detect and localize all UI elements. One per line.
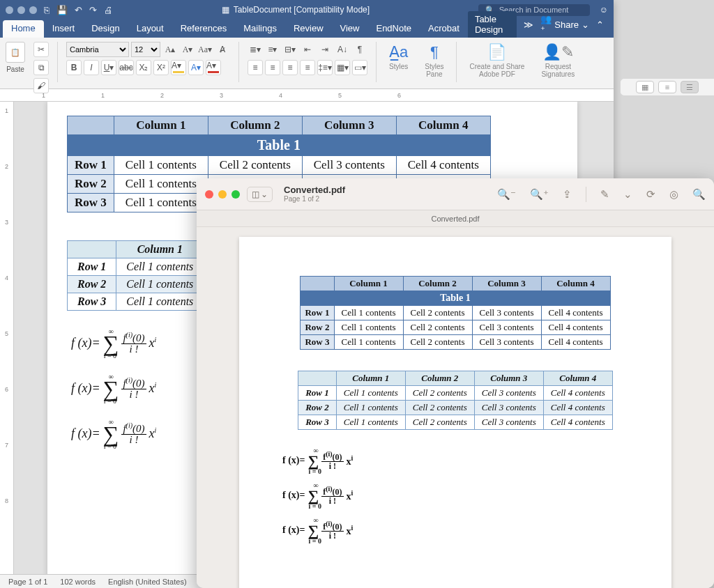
font-name-select[interactable]: Cambria xyxy=(66,42,129,57)
numbering-button[interactable]: ≡▾ xyxy=(265,42,280,57)
show-marks-button[interactable]: ¶ xyxy=(352,42,367,57)
styles-icon: A̲a xyxy=(389,43,408,61)
pdf-formula-3: f (x)= ∑∞i = 0 f(i)(0)i ! xi xyxy=(282,520,656,540)
view-mode-panel: ▦ ≡ ☰ xyxy=(620,78,714,96)
redo-icon[interactable]: ↷ xyxy=(89,5,97,15)
autosave-icon[interactable]: ⎘ xyxy=(44,5,50,15)
shading-button[interactable]: ▦▾ xyxy=(335,60,350,75)
styles-button[interactable]: A̲a Styles xyxy=(385,42,412,72)
window-controls[interactable] xyxy=(205,190,240,199)
bullets-button[interactable]: ≣▾ xyxy=(248,42,263,57)
tab-acrobat[interactable]: Acrobat xyxy=(420,20,468,38)
pdf-table-2: Column 1Column 2Column 3Column 4 Row 1Ce… xyxy=(298,371,613,430)
preview-tab[interactable]: Converted.pdf xyxy=(197,210,714,227)
increase-font-button[interactable]: A▴ xyxy=(162,42,178,57)
window-controls[interactable] xyxy=(6,6,37,14)
request-signatures-button[interactable]: 👤✎ Request Signatures xyxy=(537,42,579,79)
align-center-button[interactable]: ≡ xyxy=(265,60,280,75)
tab-mailings[interactable]: Mailings xyxy=(235,20,285,38)
signature-icon: 👤✎ xyxy=(542,43,574,61)
subscript-button[interactable]: X₂ xyxy=(136,60,151,75)
status-lang[interactable]: English (United States) xyxy=(108,578,187,586)
multilevel-button[interactable]: ⊟▾ xyxy=(282,42,298,57)
tab-design[interactable]: Design xyxy=(83,20,128,38)
doc-title: TableDocument [Compatibility Mode] xyxy=(234,5,370,15)
superscript-button[interactable]: X² xyxy=(153,60,169,75)
preview-window: ◫ ⌄ Converted.pdf Page 1 of 2 🔍⁻ 🔍⁺ ⇪ ✎ … xyxy=(197,178,714,588)
format-painter-button[interactable]: 🖌 xyxy=(33,78,49,93)
tab-references[interactable]: References xyxy=(172,20,235,38)
doc-icon: ▦ xyxy=(222,5,229,15)
chevron-down-icon: ⌄ xyxy=(582,20,589,30)
grid-view-button[interactable]: ▦ xyxy=(636,81,654,93)
bold-button[interactable]: B xyxy=(66,60,82,75)
preview-subtitle: Page 1 of 2 xyxy=(284,195,345,203)
sort-button[interactable]: A↓ xyxy=(335,42,350,57)
undo-icon[interactable]: ↶ xyxy=(75,5,82,15)
search-icon[interactable]: 🔍 xyxy=(692,188,706,201)
increase-indent-button[interactable]: ⇥ xyxy=(317,42,333,57)
italic-button[interactable]: I xyxy=(84,60,99,75)
change-case-button[interactable]: Aa▾ xyxy=(197,42,213,57)
rotate-icon[interactable]: ⟳ xyxy=(646,188,655,201)
list-view-button[interactable]: ≡ xyxy=(658,81,676,93)
decrease-font-button[interactable]: A▾ xyxy=(180,42,195,57)
smiley-icon[interactable]: ☺ xyxy=(600,5,608,15)
save-icon[interactable]: 💾 xyxy=(56,5,68,15)
text-effects-button[interactable]: A▾ xyxy=(188,60,204,75)
share-icon: 👥⁺ xyxy=(540,14,552,35)
preview-title: Converted.pdf xyxy=(284,185,345,195)
font-size-select[interactable]: 12 xyxy=(131,42,160,57)
decrease-indent-button[interactable]: ⇤ xyxy=(300,42,315,57)
horizontal-ruler[interactable]: 1123456 xyxy=(0,89,614,102)
zoom-in-icon[interactable]: 🔍⁺ xyxy=(530,188,549,201)
table-2[interactable]: Column 1 Row 1Cell 1 contents Row 2Cell … xyxy=(67,240,204,311)
justify-button[interactable]: ≡ xyxy=(300,60,315,75)
align-left-button[interactable]: ≡ xyxy=(248,60,263,75)
share-icon[interactable]: ⇪ xyxy=(563,188,572,201)
tab-review[interactable]: Review xyxy=(285,20,332,38)
tab-endnote[interactable]: EndNote xyxy=(367,20,420,38)
create-share-pdf-button[interactable]: 📄 Create and Share Adobe PDF xyxy=(465,42,529,79)
markup-icon[interactable]: ✎ xyxy=(600,188,609,201)
share-button[interactable]: 👥⁺ Share ⌄ xyxy=(540,14,589,35)
print-icon[interactable]: 🖨 xyxy=(104,5,113,15)
highlight-button[interactable]: A▾ xyxy=(171,60,186,75)
ribbon-tabs: Home Insert Design Layout References Mai… xyxy=(0,20,614,38)
paste-button[interactable]: 📋 xyxy=(6,42,25,63)
chevron-down-icon[interactable]: ⌄ xyxy=(623,188,632,201)
sidebar-toggle-button[interactable]: ◫ ⌄ xyxy=(247,187,273,202)
line-spacing-button[interactable]: ‡≡▾ xyxy=(317,60,333,75)
pdf-formula-1: f (x)= ∑∞i = 0 f(i)(0)i ! xi xyxy=(282,451,656,470)
highlight-tool-icon[interactable]: ◎ xyxy=(669,188,678,201)
clear-format-button[interactable]: A̷ xyxy=(215,42,230,57)
status-words[interactable]: 102 words xyxy=(60,578,96,586)
status-page[interactable]: Page 1 of 1 xyxy=(8,578,47,586)
font-color-button[interactable]: A▾ xyxy=(206,60,221,75)
pdf-page[interactable]: Table 1 Column 1Column 2Column 3Column 4… xyxy=(239,237,671,588)
tab-layout[interactable]: Layout xyxy=(128,20,172,38)
align-right-button[interactable]: ≡ xyxy=(282,60,298,75)
copy-button[interactable]: ⧉ xyxy=(33,60,49,75)
borders-button[interactable]: ▭▾ xyxy=(352,60,367,75)
tab-insert[interactable]: Insert xyxy=(44,20,84,38)
vertical-ruler[interactable]: 12345678 xyxy=(0,102,14,574)
tab-home[interactable]: Home xyxy=(3,20,44,38)
preview-titlebar: ◫ ⌄ Converted.pdf Page 1 of 2 🔍⁻ 🔍⁺ ⇪ ✎ … xyxy=(197,178,714,210)
styles-pane-icon: ¶ xyxy=(430,43,439,61)
sidebar-icon: ◫ xyxy=(252,189,259,199)
tab-table-design[interactable]: Table Design xyxy=(468,11,517,38)
strikethrough-button[interactable]: abc xyxy=(119,60,134,75)
styles-pane-button[interactable]: ¶ Styles Pane xyxy=(420,42,448,79)
column-view-button[interactable]: ☰ xyxy=(681,81,699,93)
ribbon-collapse-icon[interactable]: ⌃ xyxy=(596,20,604,30)
tab-view[interactable]: View xyxy=(332,20,368,38)
underline-button[interactable]: U▾ xyxy=(101,60,116,75)
ribbon: 📋 Paste ✂ ⧉ 🖌 Cambria 12 A▴ A▾ Aa▾ A̷ B … xyxy=(0,38,614,89)
cut-button[interactable]: ✂ xyxy=(33,42,49,57)
pdf-table-1: Table 1 Column 1Column 2Column 3Column 4… xyxy=(300,276,610,350)
pdf-formula-2: f (x)= ∑∞i = 0 f(i)(0)i ! xi xyxy=(282,486,656,505)
chevron-down-icon: ⌄ xyxy=(261,189,268,199)
zoom-out-icon[interactable]: 🔍⁻ xyxy=(497,188,516,201)
overflow-icon[interactable]: ≫ xyxy=(524,20,533,30)
